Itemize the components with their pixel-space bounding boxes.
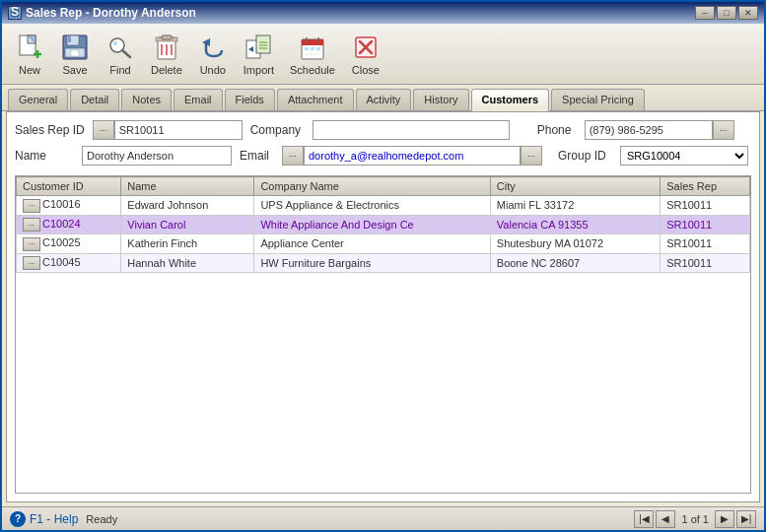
tab-history[interactable]: History bbox=[413, 89, 468, 110]
group-id-group: SRG10004 bbox=[620, 146, 748, 166]
undo-icon bbox=[198, 33, 228, 62]
toolbar: New Save bbox=[2, 24, 764, 85]
sales-rep-id-btn[interactable]: ··· bbox=[93, 120, 114, 140]
row-edit-btn[interactable]: ··· bbox=[23, 199, 40, 213]
company-label: Company bbox=[250, 123, 305, 137]
window-icon: S bbox=[8, 6, 22, 20]
col-header-customer-id[interactable]: Customer ID bbox=[17, 177, 121, 196]
email-input[interactable] bbox=[304, 146, 521, 166]
tab-detail[interactable]: Detail bbox=[70, 89, 119, 110]
form-row-2: Name Email ··· ··· Group ID SRG10004 bbox=[15, 146, 751, 166]
tab-fields[interactable]: Fields bbox=[225, 89, 275, 110]
tab-attachment[interactable]: Attachment bbox=[277, 89, 354, 110]
status-bar: ? F1 - Help Ready |◀ ◀ 1 of 1 ▶ ▶| bbox=[2, 506, 764, 530]
import-button[interactable]: Import bbox=[237, 29, 281, 80]
row-edit-btn[interactable]: ··· bbox=[23, 256, 40, 270]
col-header-company-name[interactable]: Company Name bbox=[254, 177, 490, 196]
tab-customers[interactable]: Customers bbox=[471, 89, 549, 111]
close-label: Close bbox=[352, 64, 380, 76]
table-row[interactable]: ···C10024Vivian CarolWhite Appliance And… bbox=[17, 215, 750, 234]
cell-name: Vivian Carol bbox=[121, 215, 254, 234]
tab-bar: General Detail Notes Email Fields Attach… bbox=[2, 85, 764, 111]
email-btn[interactable]: ··· bbox=[282, 146, 304, 166]
company-group bbox=[313, 120, 510, 140]
maximize-button[interactable]: □ bbox=[717, 6, 736, 20]
cell-city: Boone NC 28607 bbox=[490, 253, 660, 273]
cell-city: Valencia CA 91355 bbox=[490, 215, 660, 234]
minimize-button[interactable]: – bbox=[695, 6, 715, 20]
window-title: Sales Rep - Dorothy Anderson bbox=[26, 6, 196, 20]
table-row[interactable]: ···C10016Edward JohnsonUPS Appliance & E… bbox=[17, 196, 750, 216]
find-label: Find bbox=[109, 64, 130, 76]
cell-company_name: HW Furniture Bargains bbox=[254, 253, 490, 273]
schedule-icon bbox=[298, 33, 327, 62]
delete-label: Delete bbox=[151, 64, 182, 76]
table-row[interactable]: ···C10025Katherin FinchAppliance CenterS… bbox=[17, 234, 750, 254]
cell-company_name: White Appliance And Design Ce bbox=[254, 215, 490, 234]
tab-email[interactable]: Email bbox=[174, 89, 223, 110]
nav-next-button[interactable]: ▶ bbox=[715, 510, 734, 528]
nav-last-button[interactable]: ▶| bbox=[736, 510, 756, 528]
phone-label: Phone bbox=[537, 123, 577, 137]
undo-button[interactable]: Undo bbox=[191, 29, 235, 80]
phone-input[interactable] bbox=[585, 120, 713, 140]
close-button[interactable]: Close bbox=[344, 29, 387, 80]
sales-rep-id-input[interactable] bbox=[114, 120, 243, 140]
save-icon bbox=[60, 33, 90, 62]
page-info: 1 of 1 bbox=[677, 513, 713, 525]
svg-rect-36 bbox=[316, 47, 320, 50]
cell-sales_rep: SR10011 bbox=[661, 215, 750, 234]
email-send-btn[interactable]: ··· bbox=[521, 146, 542, 166]
name-label: Name bbox=[15, 149, 74, 163]
title-controls: – □ ✕ bbox=[695, 6, 758, 20]
customers-table: Customer ID Name Company Name City Sales… bbox=[16, 176, 750, 273]
col-header-name[interactable]: Name bbox=[121, 177, 254, 196]
nav-first-button[interactable]: |◀ bbox=[634, 510, 654, 528]
email-group: ··· ··· bbox=[282, 146, 542, 166]
col-header-city[interactable]: City bbox=[490, 177, 660, 196]
svg-point-14 bbox=[113, 41, 117, 45]
close-window-button[interactable]: ✕ bbox=[738, 6, 758, 20]
status-left: ? F1 - Help Ready bbox=[10, 511, 117, 527]
cell-sales_rep: SR10011 bbox=[661, 234, 750, 254]
cell-sales_rep: SR10011 bbox=[661, 196, 750, 216]
row-edit-btn[interactable]: ··· bbox=[23, 237, 40, 251]
delete-button[interactable]: Delete bbox=[144, 29, 189, 80]
name-input[interactable] bbox=[82, 146, 232, 166]
cell-company_name: Appliance Center bbox=[254, 234, 490, 254]
svg-rect-23 bbox=[256, 35, 270, 53]
find-icon bbox=[105, 33, 135, 62]
close-icon bbox=[351, 33, 381, 62]
new-button[interactable]: New bbox=[8, 29, 51, 80]
row-edit-btn[interactable]: ··· bbox=[23, 218, 40, 232]
help-link[interactable]: ? F1 - Help bbox=[10, 511, 78, 527]
import-label: Import bbox=[244, 64, 274, 76]
svg-rect-34 bbox=[305, 47, 309, 50]
svg-line-13 bbox=[122, 50, 130, 57]
new-label: New bbox=[19, 64, 40, 76]
cell-name: Katherin Finch bbox=[121, 234, 254, 254]
svg-rect-11 bbox=[71, 50, 79, 56]
save-label: Save bbox=[62, 64, 87, 76]
company-input[interactable] bbox=[313, 120, 510, 140]
tab-general[interactable]: General bbox=[8, 89, 68, 110]
cell-city: Shutesbury MA 01072 bbox=[490, 234, 660, 254]
customers-table-container: Customer ID Name Company Name City Sales… bbox=[15, 175, 751, 494]
col-header-sales-rep[interactable]: Sales Rep bbox=[661, 177, 750, 196]
help-label: F1 - Help bbox=[30, 512, 78, 526]
phone-group: ··· bbox=[585, 120, 734, 140]
nav-prev-button[interactable]: ◀ bbox=[656, 510, 675, 528]
email-label: Email bbox=[240, 149, 274, 163]
find-button[interactable]: Find bbox=[99, 29, 142, 80]
title-bar: S Sales Rep - Dorothy Anderson – □ ✕ bbox=[2, 2, 764, 24]
schedule-button[interactable]: Schedule bbox=[283, 29, 342, 80]
tab-special-pricing[interactable]: Special Pricing bbox=[551, 89, 645, 110]
table-row[interactable]: ···C10045Hannah WhiteHW Furniture Bargai… bbox=[17, 253, 750, 273]
tab-notes[interactable]: Notes bbox=[121, 89, 172, 110]
group-id-select[interactable]: SRG10004 bbox=[620, 146, 748, 166]
cell-city: Miami FL 33172 bbox=[490, 196, 660, 216]
title-bar-left: S Sales Rep - Dorothy Anderson bbox=[8, 6, 196, 20]
phone-btn[interactable]: ··· bbox=[713, 120, 734, 140]
save-button[interactable]: Save bbox=[53, 29, 97, 80]
tab-activity[interactable]: Activity bbox=[356, 89, 412, 110]
